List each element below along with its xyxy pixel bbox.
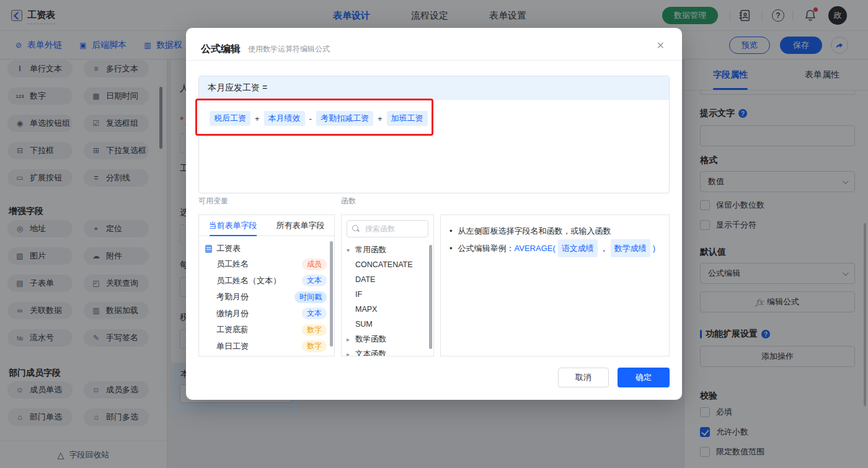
variable-name: 员工姓名 — [216, 258, 249, 270]
modal-title: 公式编辑 — [201, 43, 241, 56]
function-row[interactable]: 常用函数 — [342, 242, 433, 257]
functions-label: 函数 — [341, 196, 356, 206]
variables-panel: 当前表单字段所有表单字段 工资表 员工姓名 成员 员工姓名（文本） 文本 — [198, 214, 335, 356]
variable-row[interactable]: 单日工资 数字 — [205, 338, 334, 355]
function-list: 常用函数CONCATENATEDATEIFMAPXSUM数学函数文本函数 — [342, 242, 433, 356]
variable-type-badge: 文本 — [302, 275, 327, 286]
formula-token[interactable]: 考勤扣减工资 — [316, 111, 373, 126]
variable-list: 员工姓名 成员 员工姓名（文本） 文本 考勤月份 时间戳 缴纳月份 文本 — [205, 256, 334, 355]
formula-token[interactable]: 税后工资 — [210, 111, 250, 126]
variable-name: 考勤月份 — [216, 291, 249, 302]
functions-scrollbar[interactable] — [429, 245, 432, 349]
variable-name: 单日工资 — [216, 341, 249, 352]
search-icon — [352, 225, 360, 232]
cancel-button[interactable]: 取消 — [558, 368, 609, 387]
help-line-1: • 从左侧面板选择字段名和函数，或输入函数 — [450, 223, 660, 239]
form-node[interactable]: 工资表 — [205, 241, 334, 256]
help-line-2: • 公式编辑举例： AVERAGE( 语文成绩 ， 数学成绩 ) — [450, 239, 660, 257]
formula-token[interactable]: - — [309, 114, 312, 123]
variable-type-badge: 成员 — [302, 258, 327, 270]
variable-type-badge: 数字 — [302, 340, 327, 352]
variable-row[interactable]: 缴纳月份 文本 — [205, 306, 334, 322]
example-separator: ， — [600, 240, 608, 257]
variables-label: 可用变量 — [198, 196, 228, 206]
confirm-button[interactable]: 确定 — [618, 368, 670, 387]
form-node-label: 工资表 — [216, 243, 241, 254]
example-arg-chip: 数学成绩 — [611, 239, 650, 257]
app: 工资表 表单设计流程设定表单设置 数据管理 ? — [0, 0, 868, 468]
formula-target: 本月应发工资 = — [199, 76, 669, 100]
function-row[interactable]: SUM — [342, 317, 433, 332]
variables-tabs: 当前表单字段所有表单字段 — [199, 215, 334, 236]
function-row[interactable]: IF — [342, 287, 433, 302]
formula-edit-modal: 公式编辑 使用数学运算符编辑公式 ✕ 本月应发工资 = 税后工资+本月绩效-考勤… — [186, 28, 682, 400]
variable-row[interactable]: 员工姓名（文本） 文本 — [205, 273, 334, 289]
bullet-icon: • — [450, 240, 453, 257]
function-row[interactable]: 文本函数 — [342, 347, 433, 356]
variable-name: 缴纳月份 — [216, 308, 249, 319]
functions-panel: 常用函数CONCATENATEDATEIFMAPXSUM数学函数文本函数 — [341, 214, 434, 356]
variable-type-badge: 文本 — [302, 307, 327, 319]
example-arg-chip: 语文成绩 — [558, 239, 598, 257]
function-row[interactable]: DATE — [342, 272, 433, 287]
formula-token[interactable]: + — [255, 114, 260, 123]
function-row[interactable]: MAPX — [342, 302, 433, 317]
modal-header: 公式编辑 使用数学运算符编辑公式 — [186, 28, 682, 60]
formula-token[interactable]: 加班工资 — [387, 111, 428, 126]
variables-tab[interactable]: 所有表单字段 — [267, 215, 334, 236]
variable-name: 员工姓名（文本） — [216, 275, 281, 286]
example-function-close: ) — [653, 240, 655, 257]
variables-scrollbar[interactable] — [330, 241, 333, 347]
variable-name: 工资底薪 — [216, 324, 249, 335]
variable-row[interactable]: 工资底薪 数字 — [205, 322, 334, 338]
bullet-icon: • — [450, 223, 453, 239]
function-search-input[interactable] — [364, 224, 423, 234]
modal-subtitle: 使用数学运算符编辑公式 — [248, 44, 330, 55]
function-row[interactable]: 数学函数 — [342, 332, 433, 347]
formula-token[interactable]: + — [378, 114, 383, 123]
divider — [186, 60, 682, 61]
formula-input-area[interactable]: 税后工资+本月绩效-考勤扣减工资+加班工资 — [199, 100, 669, 137]
variable-type-badge: 时间戳 — [294, 291, 327, 303]
variable-row[interactable]: 考勤月份 时间戳 — [205, 289, 334, 306]
variable-row[interactable]: 员工姓名 成员 — [205, 256, 334, 273]
variables-tab[interactable]: 当前表单字段 — [199, 215, 267, 236]
variable-type-badge: 数字 — [302, 324, 327, 336]
function-row[interactable]: CONCATENATE — [342, 257, 433, 272]
formula-help-panel: • 从左侧面板选择字段名和函数，或输入函数 • 公式编辑举例： AVERAGE(… — [440, 214, 670, 356]
variables-tree: 工资表 员工姓名 成员 员工姓名（文本） 文本 考勤月份 时间戳 — [199, 236, 334, 355]
function-search[interactable] — [347, 220, 428, 237]
close-icon[interactable]: ✕ — [653, 39, 668, 52]
formula-token[interactable]: 本月绩效 — [264, 111, 305, 126]
formula-editor: 本月应发工资 = 税后工资+本月绩效-考勤扣减工资+加班工资 — [198, 76, 670, 193]
form-doc-icon — [205, 245, 212, 253]
example-function-open: AVERAGE( — [515, 240, 556, 257]
